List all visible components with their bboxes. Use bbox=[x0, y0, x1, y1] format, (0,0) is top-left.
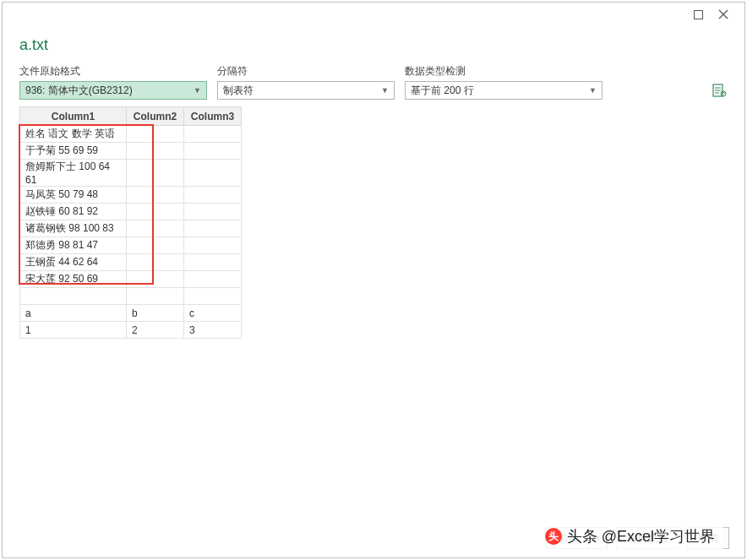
table-row: abc bbox=[20, 305, 242, 322]
maximize-icon[interactable] bbox=[685, 5, 711, 24]
table-cell bbox=[184, 288, 242, 305]
table-cell: c bbox=[184, 305, 242, 322]
table-cell bbox=[184, 160, 242, 187]
preview-table-wrap: Column1 Column2 Column3 姓名 语文 数学 英语于予菊 5… bbox=[19, 106, 242, 339]
table-cell: a bbox=[20, 305, 127, 322]
preview-table: Column1 Column2 Column3 姓名 语文 数学 英语于予菊 5… bbox=[19, 106, 242, 339]
table-cell: 2 bbox=[127, 322, 184, 339]
file-origin-label: 文件原始格式 bbox=[19, 64, 207, 79]
close-icon[interactable] bbox=[711, 5, 736, 24]
table-cell bbox=[184, 237, 242, 254]
table-row: 123 bbox=[20, 322, 242, 339]
delimiter-label: 分隔符 bbox=[217, 64, 395, 79]
table-cell: 于予菊 55 69 59 bbox=[20, 143, 127, 160]
detect-label: 数据类型检测 bbox=[405, 64, 603, 79]
chevron-down-icon[interactable]: ▼ bbox=[589, 534, 607, 542]
table-row: 姓名 语文 数学 英语 bbox=[20, 126, 242, 143]
svg-point-2 bbox=[721, 91, 726, 96]
table-cell bbox=[184, 204, 242, 220]
table-row: 宋大莲 92 50 69 bbox=[20, 271, 242, 288]
cancel-button[interactable]: 取消 bbox=[687, 527, 729, 549]
table-cell bbox=[127, 271, 184, 288]
table-row: 马凤英 50 79 48 bbox=[20, 187, 242, 204]
table-row: 于予菊 55 69 59 bbox=[20, 143, 242, 160]
load-button-label: 加载 bbox=[548, 528, 589, 548]
table-cell bbox=[127, 220, 184, 237]
table-cell bbox=[184, 126, 242, 143]
delimiter-value: 制表符 bbox=[223, 84, 254, 98]
file-origin-value: 936: 简体中文(GB2312) bbox=[25, 84, 133, 98]
table-cell: 宋大莲 92 50 69 bbox=[20, 271, 127, 288]
cancel-button-label: 取消 bbox=[698, 531, 718, 546]
table-cell: 马凤英 50 79 48 bbox=[20, 187, 127, 204]
table-cell: 赵铁锤 60 81 92 bbox=[20, 204, 127, 220]
table-row: 王钢蛋 44 62 64 bbox=[20, 254, 242, 271]
table-cell bbox=[127, 160, 184, 187]
load-button[interactable]: 加载 ▼ bbox=[547, 527, 608, 549]
transform-button-label: 转换数据 bbox=[627, 531, 668, 546]
table-cell bbox=[127, 288, 184, 305]
delimiter-dropdown[interactable]: 制表符 ▼ bbox=[217, 81, 395, 100]
table-cell bbox=[184, 271, 242, 288]
detect-dropdown[interactable]: 基于前 200 行 ▼ bbox=[405, 81, 603, 100]
col-header-2: Column2 bbox=[127, 107, 184, 126]
table-row: 詹姆斯下士 100 64 61 bbox=[20, 160, 242, 187]
table-cell bbox=[127, 204, 184, 220]
dialog-window: a.txt 文件原始格式 936: 简体中文(GB2312) ▼ 分隔符 制表符… bbox=[0, 0, 747, 560]
svg-rect-0 bbox=[694, 10, 702, 19]
table-cell: 姓名 语文 数学 英语 bbox=[20, 126, 127, 143]
col-header-1: Column1 bbox=[20, 107, 127, 126]
table-cell bbox=[184, 187, 242, 204]
file-origin-dropdown[interactable]: 936: 简体中文(GB2312) ▼ bbox=[19, 81, 207, 100]
table-cell bbox=[184, 220, 242, 237]
table-cell bbox=[184, 143, 242, 160]
table-cell: 郑德勇 98 81 47 bbox=[20, 237, 127, 254]
table-row: 诸葛钢铁 98 100 83 bbox=[20, 220, 242, 237]
table-cell: b bbox=[127, 305, 184, 322]
col-header-3: Column3 bbox=[184, 107, 242, 126]
table-row bbox=[20, 288, 242, 305]
table-cell: 王钢蛋 44 62 64 bbox=[20, 254, 127, 271]
transform-button[interactable]: 转换数据 bbox=[616, 527, 679, 549]
table-row: 郑德勇 98 81 47 bbox=[20, 237, 242, 254]
chevron-down-icon: ▼ bbox=[589, 86, 597, 95]
chevron-down-icon: ▼ bbox=[381, 86, 389, 95]
table-cell bbox=[20, 288, 127, 305]
file-name: a.txt bbox=[19, 36, 728, 54]
table-cell: 3 bbox=[184, 322, 242, 339]
controls-row: 文件原始格式 936: 简体中文(GB2312) ▼ 分隔符 制表符 ▼ 数据类… bbox=[19, 64, 728, 100]
chevron-down-icon: ▼ bbox=[194, 86, 201, 95]
table-cell: 诸葛钢铁 98 100 83 bbox=[20, 220, 127, 237]
dialog-footer: 加载 ▼ 转换数据 取消 bbox=[3, 519, 744, 557]
table-cell bbox=[127, 126, 184, 143]
table-row: 赵铁锤 60 81 92 bbox=[20, 204, 242, 220]
table-cell bbox=[127, 143, 184, 160]
table-cell bbox=[127, 237, 184, 254]
edit-settings-icon[interactable] bbox=[711, 82, 728, 99]
table-cell bbox=[184, 254, 242, 271]
table-cell bbox=[127, 187, 184, 204]
table-cell: 詹姆斯下士 100 64 61 bbox=[20, 160, 127, 187]
table-cell bbox=[127, 254, 184, 271]
detect-value: 基于前 200 行 bbox=[411, 84, 474, 98]
table-cell: 1 bbox=[20, 322, 127, 339]
titlebar bbox=[3, 3, 744, 26]
table-header-row: Column1 Column2 Column3 bbox=[20, 107, 242, 126]
